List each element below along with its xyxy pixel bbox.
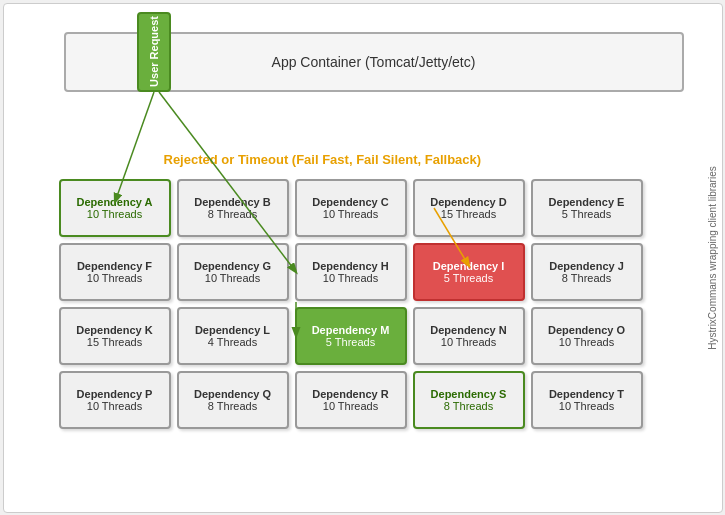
dep-threads-1-0: 10 Threads	[87, 272, 142, 284]
dep-name-1-0: Dependency F	[77, 260, 152, 272]
dep-threads-0-0: 10 Threads	[87, 208, 142, 220]
dep-threads-3-1: 8 Threads	[208, 400, 257, 412]
dep-threads-3-2: 10 Threads	[323, 400, 378, 412]
dep-name-2-0: Dependency K	[76, 324, 152, 336]
dep-box-2-0: Dependency K15 Threads	[59, 307, 171, 365]
dep-name-0-3: Dependency D	[430, 196, 506, 208]
dep-threads-2-1: 4 Threads	[208, 336, 257, 348]
dep-box-1-3: Dependency I5 Threads	[413, 243, 525, 301]
dep-name-1-2: Dependency H	[312, 260, 388, 272]
dep-box-3-1: Dependency Q8 Threads	[177, 371, 289, 429]
dep-name-0-4: Dependency E	[549, 196, 625, 208]
app-container-label: App Container (Tomcat/Jetty/etc)	[272, 54, 476, 70]
dep-threads-0-2: 10 Threads	[323, 208, 378, 220]
vertical-label: HystrixCommans wrapping client libraries	[707, 166, 718, 349]
dep-threads-1-4: 8 Threads	[562, 272, 611, 284]
user-request-label: User Request	[148, 16, 160, 87]
dep-box-1-2: Dependency H10 Threads	[295, 243, 407, 301]
dep-name-0-2: Dependency C	[312, 196, 388, 208]
dep-name-2-2: Dependency M	[312, 324, 390, 336]
dep-threads-3-0: 10 Threads	[87, 400, 142, 412]
dep-name-3-4: Dependency T	[549, 388, 624, 400]
dep-name-2-4: Dependency O	[548, 324, 625, 336]
main-wrapper: App Container (Tomcat/Jetty/etc) User Re…	[3, 3, 723, 513]
dep-row-3: Dependency P10 ThreadsDependency Q8 Thre…	[59, 371, 699, 429]
dep-box-2-1: Dependency L4 Threads	[177, 307, 289, 365]
dep-box-1-4: Dependency J8 Threads	[531, 243, 643, 301]
dep-box-2-2: Dependency M5 Threads	[295, 307, 407, 365]
dep-box-0-2: Dependency C10 Threads	[295, 179, 407, 237]
dep-name-1-1: Dependency G	[194, 260, 271, 272]
dep-row-0: Dependency A10 ThreadsDependency B8 Thre…	[59, 179, 699, 237]
dep-box-2-4: Dependency O10 Threads	[531, 307, 643, 365]
dep-name-0-0: Dependency A	[76, 196, 152, 208]
dep-threads-2-3: 10 Threads	[441, 336, 496, 348]
dep-name-2-3: Dependency N	[430, 324, 506, 336]
dep-name-1-3: Dependency I	[433, 260, 505, 272]
dep-box-0-3: Dependency D15 Threads	[413, 179, 525, 237]
dep-threads-3-4: 10 Threads	[559, 400, 614, 412]
dep-threads-3-3: 8 Threads	[444, 400, 493, 412]
dep-name-2-1: Dependency L	[195, 324, 270, 336]
dep-threads-1-2: 10 Threads	[323, 272, 378, 284]
dep-threads-2-2: 5 Threads	[326, 336, 375, 348]
dep-box-3-0: Dependency P10 Threads	[59, 371, 171, 429]
dep-box-2-3: Dependency N10 Threads	[413, 307, 525, 365]
dep-box-3-4: Dependency T10 Threads	[531, 371, 643, 429]
dep-box-0-0: Dependency A10 Threads	[59, 179, 171, 237]
dep-box-1-1: Dependency G10 Threads	[177, 243, 289, 301]
dep-threads-2-0: 15 Threads	[87, 336, 142, 348]
dep-name-1-4: Dependency J	[549, 260, 624, 272]
dep-threads-2-4: 10 Threads	[559, 336, 614, 348]
dep-name-3-2: Dependency R	[312, 388, 388, 400]
dep-threads-0-1: 8 Threads	[208, 208, 257, 220]
rejected-label: Rejected or Timeout (Fail Fast, Fail Sil…	[164, 152, 482, 167]
dep-row-2: Dependency K15 ThreadsDependency L4 Thre…	[59, 307, 699, 365]
dep-grid: Dependency A10 ThreadsDependency B8 Thre…	[59, 179, 699, 435]
dep-name-0-1: Dependency B	[194, 196, 270, 208]
dep-box-3-3: Dependency S8 Threads	[413, 371, 525, 429]
dep-box-3-2: Dependency R10 Threads	[295, 371, 407, 429]
dep-threads-1-3: 5 Threads	[444, 272, 493, 284]
dep-name-3-3: Dependency S	[431, 388, 507, 400]
dep-row-1: Dependency F10 ThreadsDependency G10 Thr…	[59, 243, 699, 301]
dep-name-3-0: Dependency P	[77, 388, 153, 400]
dep-threads-0-3: 15 Threads	[441, 208, 496, 220]
dep-box-0-4: Dependency E5 Threads	[531, 179, 643, 237]
dep-name-3-1: Dependency Q	[194, 388, 271, 400]
user-request-box: User Request	[137, 12, 171, 92]
dep-threads-0-4: 5 Threads	[562, 208, 611, 220]
dep-box-0-1: Dependency B8 Threads	[177, 179, 289, 237]
dep-box-1-0: Dependency F10 Threads	[59, 243, 171, 301]
dep-threads-1-1: 10 Threads	[205, 272, 260, 284]
